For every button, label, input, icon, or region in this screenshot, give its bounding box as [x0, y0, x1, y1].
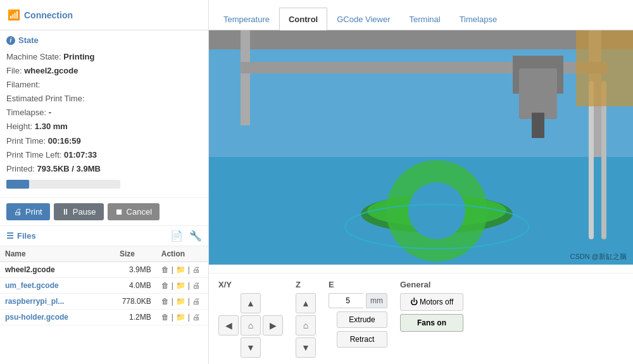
timelapse-row: Timelapse: -: [6, 106, 202, 120]
filament-row: Filament:: [6, 78, 202, 92]
col-action-header: Action: [156, 246, 208, 262]
watermark: CSDN @新缸之脑: [570, 252, 627, 261]
print-button[interactable]: 🖨 Print: [6, 203, 50, 220]
files-scroll[interactable]: Name Size Action wheel2.gcode 3.9MB 🗑 |: [0, 246, 208, 364]
file-actions: 🗑 | 📁 | 🖨: [156, 293, 208, 309]
printed-value: 793.5KB / 3.9MB: [37, 164, 100, 173]
z-label: Z: [296, 280, 301, 289]
delete-icon[interactable]: 🗑: [161, 281, 169, 290]
print-file-icon[interactable]: 🖨: [192, 297, 200, 306]
tab-terminal[interactable]: Terminal: [400, 8, 450, 30]
file-name[interactable]: wheel2.gcode: [5, 265, 55, 274]
folder-icon[interactable]: 📁: [176, 281, 185, 290]
connection-header: 📶 Connection: [0, 0, 208, 30]
table-row: wheel2.gcode 3.9MB 🗑 | 📁 | 🖨: [0, 261, 208, 277]
pause-button[interactable]: ⏸ Pause: [54, 203, 104, 220]
printed-row: Printed: 793.5KB / 3.9MB: [6, 162, 202, 176]
print-file-icon[interactable]: 🖨: [192, 281, 200, 290]
extrude-button[interactable]: Extrude: [337, 311, 387, 328]
svg-rect-7: [519, 68, 557, 119]
file-upload-icon[interactable]: 📄: [170, 230, 183, 242]
file-name[interactable]: um_feet.gcode: [5, 281, 59, 290]
empty-br: [263, 337, 283, 358]
y-minus-button[interactable]: ▼: [241, 337, 261, 358]
svg-rect-4: [241, 30, 250, 125]
z-plus-button[interactable]: ▲: [296, 293, 316, 313]
print-time-est-row: Estimated Print Time:: [6, 92, 202, 106]
file-actions: 🗑 | 📁 | 🖨: [156, 277, 208, 293]
xy-control-group: X/Y ▲ ◀ ⌂ ▶ ▼: [218, 280, 283, 358]
print-time-label: Print Time:: [6, 136, 46, 146]
files-section: ☰ Files 📄 🔧 Name Size Ac: [0, 226, 208, 364]
file-name[interactable]: psu-holder.gcode: [5, 313, 68, 322]
files-header-actions: 📄 🔧: [170, 230, 202, 242]
folder-icon[interactable]: 📁: [176, 265, 185, 274]
retract-button[interactable]: Retract: [337, 331, 387, 348]
timelapse-value: -: [49, 108, 51, 117]
app-container: 📶 Connection i State Machine State: Prin…: [0, 0, 633, 364]
file-row: File: wheel2.gcode: [6, 64, 202, 78]
folder-icon[interactable]: 📁: [176, 313, 185, 322]
e-unit-label: mm: [366, 293, 387, 308]
files-table: Name Size Action wheel2.gcode 3.9MB 🗑 |: [0, 246, 208, 325]
machine-state-value: Printing: [63, 52, 94, 61]
delete-icon[interactable]: 🗑: [161, 297, 169, 306]
webcam-svg: [209, 30, 633, 265]
brand-label: Connection: [24, 10, 73, 20]
z-minus-button[interactable]: ▼: [296, 337, 316, 358]
xy-label: X/Y: [218, 280, 232, 289]
controls-area: X/Y ▲ ◀ ⌂ ▶ ▼ Z: [209, 273, 633, 364]
tab-gcode[interactable]: GCode Viewer: [327, 8, 399, 30]
empty-tl: [218, 293, 239, 313]
filament-label: Filament:: [6, 80, 40, 89]
content-area: CSDN @新缸之脑: [209, 30, 633, 273]
right-panel: Temperature Control GCode Viewer Termina…: [209, 0, 633, 364]
signal-icon: 📶: [8, 9, 20, 21]
file-name[interactable]: raspberrypi_pl...: [5, 297, 64, 306]
x-minus-button[interactable]: ◀: [218, 315, 239, 336]
home-z-button[interactable]: ⌂: [296, 315, 316, 336]
height-row: Height: 1.30 mm: [6, 120, 202, 134]
state-heading: State: [18, 35, 39, 45]
state-info: Machine State: Printing File: wheel2.gco…: [6, 50, 202, 189]
x-plus-button[interactable]: ▶: [263, 315, 283, 336]
main-layout: 📶 Connection i State Machine State: Prin…: [0, 0, 633, 364]
height-value: 1.30 mm: [35, 122, 68, 131]
progress-bar: [6, 180, 29, 189]
file-label: File:: [6, 66, 22, 75]
z-control-group: Z ▲ ⌂ ▼: [296, 280, 316, 358]
motors-off-button[interactable]: ⏻ Motors off: [400, 293, 463, 311]
print-file-icon[interactable]: 🖨: [192, 265, 200, 274]
print-time-left-label: Print Time Left:: [6, 150, 61, 160]
e-control-group: E mm Extrude Retract: [329, 280, 387, 358]
print-time-row: Print Time: 00:16:59: [6, 134, 202, 148]
print-file-icon[interactable]: 🖨: [192, 313, 200, 322]
files-title: ☰ Files: [6, 231, 36, 241]
machine-state-row: Machine State: Printing: [6, 50, 202, 64]
tab-temperature[interactable]: Temperature: [214, 8, 279, 30]
e-amount-input[interactable]: [329, 293, 363, 308]
file-actions: 🗑 | 📁 | 🖨: [156, 309, 208, 325]
tab-control[interactable]: Control: [279, 8, 327, 30]
power-icon: ⏻: [410, 298, 420, 306]
home-xy-button[interactable]: ⌂: [241, 315, 261, 336]
brand[interactable]: 📶 Connection: [8, 9, 73, 21]
settings-icon[interactable]: 🔧: [189, 230, 202, 242]
delete-icon[interactable]: 🗑: [161, 265, 169, 274]
y-plus-button[interactable]: ▲: [241, 293, 261, 313]
list-icon: ☰: [6, 231, 14, 241]
tab-timelapse[interactable]: Timelapse: [450, 8, 506, 30]
action-buttons: 🖨 Print ⏸ Pause ⏹ Cancel: [0, 198, 208, 226]
folder-icon[interactable]: 📁: [176, 297, 185, 306]
svg-rect-16: [576, 30, 633, 106]
e-label: E: [329, 280, 334, 289]
cancel-button[interactable]: ⏹ Cancel: [108, 203, 160, 220]
fans-on-button[interactable]: Fans on: [400, 314, 463, 332]
general-label: General: [400, 280, 430, 289]
table-row: psu-holder.gcode 1.2MB 🗑 | 📁 | 🖨: [0, 309, 208, 325]
print-time-value: 00:16:59: [48, 136, 81, 146]
pause-icon: ⏸: [61, 207, 70, 217]
tabs-bar: Temperature Control GCode Viewer Termina…: [209, 0, 633, 30]
delete-icon[interactable]: 🗑: [161, 313, 169, 322]
e-input-row: mm: [329, 293, 387, 308]
